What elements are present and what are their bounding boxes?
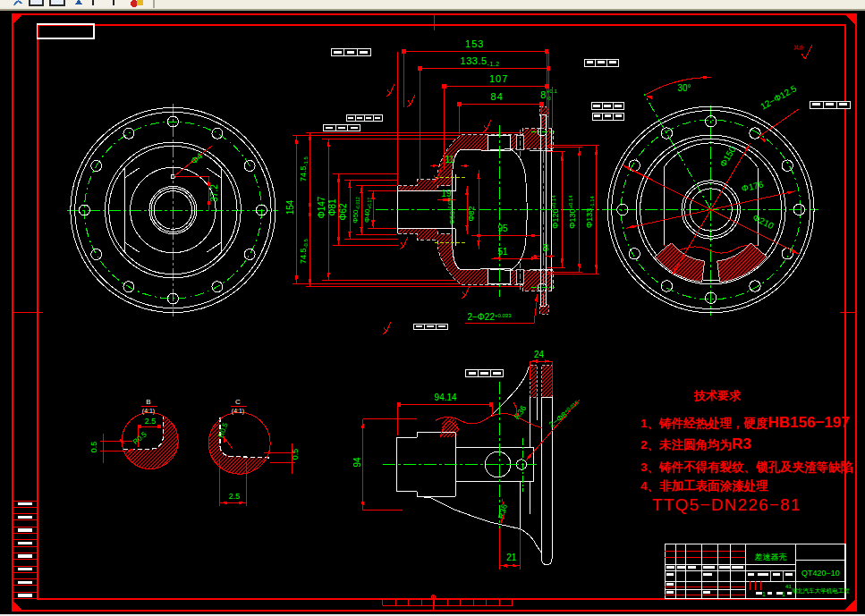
svg-text:3、铸件不得有裂纹、锁孔及夹渣等缺陷: 3、铸件不得有裂纹、锁孔及夹渣等缺陷	[640, 460, 853, 474]
svg-text:4、非加工表面涂漆处理: 4、非加工表面涂漆处理	[640, 479, 768, 493]
svg-text:153: 153	[465, 38, 484, 49]
svg-text:QT420−10: QT420−10	[801, 569, 840, 578]
svg-text:21: 21	[506, 553, 517, 562]
svg-text:(4:1): (4:1)	[142, 408, 155, 415]
svg-text:Φ147: Φ147	[317, 196, 326, 218]
svg-text:95: 95	[497, 224, 508, 233]
svg-text:Φ81: Φ81	[327, 198, 337, 216]
svg-text:30°: 30°	[677, 83, 691, 93]
svg-text:41: 41	[785, 584, 792, 589]
svg-text:107: 107	[489, 73, 508, 84]
svg-text:94: 94	[352, 457, 362, 468]
svg-text:C: C	[235, 398, 241, 406]
svg-text:1: 1	[762, 591, 766, 597]
svg-text:2、未注圆角均为R3: 2、未注圆角均为R3	[640, 435, 751, 452]
svg-text:Φ62: Φ62	[338, 203, 348, 221]
svg-text:差速器壳: 差速器壳	[755, 553, 787, 561]
svg-text:技术要求: 技术要求	[693, 389, 742, 402]
svg-text:1、铸件经热处理，硬度HB156−197: 1、铸件经热处理，硬度HB156−197	[640, 414, 850, 431]
svg-text:8: 8	[540, 89, 546, 100]
svg-text:湖北汽车大学机电工程: 湖北汽车大学机电工程	[792, 587, 851, 595]
svg-text:154: 154	[285, 199, 295, 215]
svg-text:B: B	[543, 243, 549, 253]
svg-text:TTQ5−DN226−81: TTQ5−DN226−81	[652, 495, 801, 514]
svg-text:B: B	[146, 398, 150, 406]
svg-text:2.5: 2.5	[229, 492, 241, 501]
svg-text:11: 11	[445, 155, 455, 165]
svg-text:1: 1	[782, 591, 785, 597]
svg-text:(4:1): (4:1)	[232, 408, 244, 415]
svg-text:24: 24	[534, 350, 545, 359]
svg-text:37.2: 37.2	[209, 184, 219, 202]
svg-text:19: 19	[441, 189, 452, 198]
svg-text:Φ82: Φ82	[467, 206, 476, 221]
svg-text:51: 51	[497, 247, 508, 257]
svg-text:94.14: 94.14	[435, 392, 457, 402]
svg-text:其余: 其余	[793, 45, 804, 51]
svg-text:2.5: 2.5	[145, 417, 157, 426]
svg-text:84: 84	[491, 91, 504, 102]
svg-text:0.5: 0.5	[89, 442, 98, 453]
